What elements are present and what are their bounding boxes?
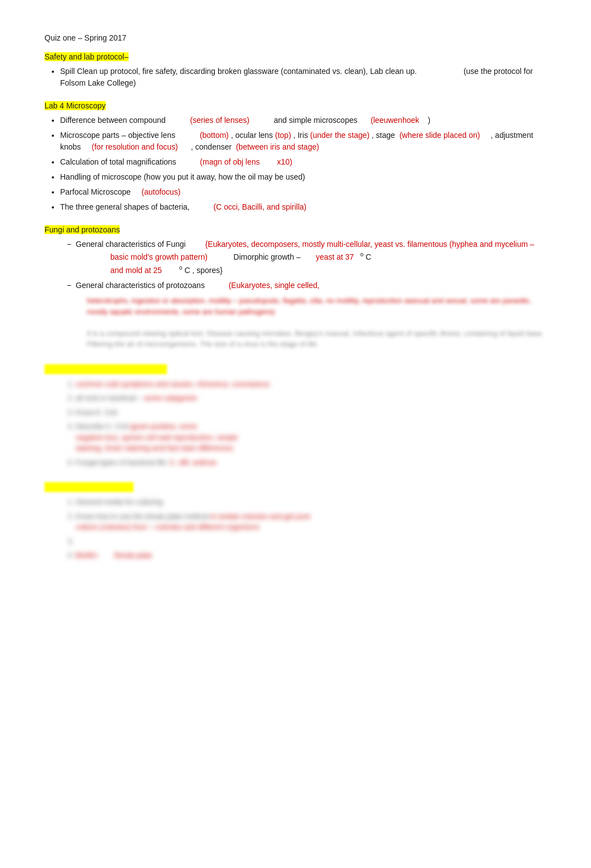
red-text: (under the stage): [310, 131, 370, 140]
section2-header: Lab 4 Microscopy: [45, 101, 546, 110]
item-text: Spill Clean up protocol, fire safety, di…: [60, 67, 533, 87]
list-item: The three general shapes of bacteria, (C…: [60, 201, 546, 213]
list-item: Fungal types of bacterial life: C. diff,…: [76, 457, 546, 468]
red-text: (where slide placed on): [400, 131, 480, 140]
list-item: all viral or bacterial – some categories: [76, 393, 546, 404]
red-text: (between iris and stage): [236, 142, 319, 151]
item-text: General characteristics of protozoans (E…: [76, 281, 319, 290]
red-text: {Eukaryotes, decomposers, mostly multi-c…: [76, 240, 534, 261]
list-item: Describe C. Coli (gram positive, some ne…: [76, 421, 546, 454]
section2-header-text: Lab 4 Microscopy: [45, 101, 106, 110]
list-item: Parfocal Microscope (autofocus): [60, 186, 546, 198]
red-text: (Eukaryotes, single celled,: [229, 281, 319, 290]
section5: General media for culturing Know how to …: [45, 480, 546, 561]
section1-header: Safety and lab protocol–: [45, 52, 546, 61]
section5-header: [45, 482, 134, 492]
list-item: Difference between compound (series of l…: [60, 115, 546, 126]
list-item: Handling of microscope (how you put it a…: [60, 171, 546, 183]
red-text: (magn of obj lens x10): [200, 157, 292, 166]
blurred-protozoan-text: heterotrophs, ingestion or absorption, m…: [76, 295, 546, 350]
section3-header: Fungi and protozoans: [45, 225, 546, 234]
list-item: [76, 536, 546, 547]
list-item: Spill Clean up protocol, fire safety, di…: [60, 66, 546, 89]
item-text: General characteristics of Fungi {Eukary…: [76, 240, 534, 275]
red-text: (autofocus): [141, 187, 180, 196]
superscript: o: [361, 252, 364, 258]
section1-list: Spill Clean up protocol, fire safety, di…: [45, 66, 546, 89]
item-text: Microscope parts – objective lens (botto…: [60, 131, 533, 151]
section4-header: [45, 364, 167, 374]
red-text: (top): [275, 131, 291, 140]
list-item: General characteristics of Fungi {Eukary…: [67, 239, 546, 276]
list-item: Calculation of total magnifications (mag…: [60, 156, 546, 168]
item-text: The three general shapes of bacteria, (C…: [60, 202, 307, 211]
list-item: Microscope parts – objective lens (botto…: [60, 130, 546, 153]
section3-dash-list: General characteristics of Fungi {Eukary…: [45, 239, 546, 350]
red-text: (C occi, Bacilli, and spirilla): [214, 202, 307, 211]
red-text: (leeuwenhoek: [371, 116, 419, 125]
section2: Lab 4 Microscopy Difference between comp…: [45, 101, 546, 213]
list-item: Know how to use the streak plate method …: [76, 511, 546, 533]
section4-content: common cold symptoms and causes, rhinovi…: [45, 379, 546, 468]
red-text: (for resolution and focus): [92, 142, 178, 151]
list-item: General characteristics of protozoans (E…: [67, 280, 546, 349]
section4: common cold symptoms and causes, rhinovi…: [45, 362, 546, 468]
item-text: Handling of microscope (how you put it a…: [60, 172, 305, 181]
red-text: and mold at 25: [110, 266, 162, 275]
section2-list: Difference between compound (series of l…: [45, 115, 546, 213]
list-item: Biofilm Streak plate: [76, 550, 546, 561]
item-text: Parfocal Microscope (autofocus): [60, 187, 180, 196]
section5-content: General media for culturing Know how to …: [45, 497, 546, 561]
page-title: Quiz one – Spring 2017: [45, 33, 546, 42]
section1-header-text: Safety and lab protocol–: [45, 52, 129, 61]
section3-header-text: Fungi and protozoans: [45, 225, 120, 234]
item-text: Calculation of total magnifications (mag…: [60, 157, 292, 166]
red-text: yeast at 37: [316, 252, 354, 261]
list-item: common cold symptoms and causes, rhinovi…: [76, 379, 546, 390]
red-text: (bottom): [200, 131, 229, 140]
red-text: (series of lenses): [190, 116, 250, 125]
list-item: Know E. Coli: [76, 407, 546, 418]
item-text: Difference between compound (series of l…: [60, 116, 431, 125]
list-item: General media for culturing: [76, 497, 546, 508]
superscript: o: [179, 265, 183, 271]
section3: Fungi and protozoans General characteris…: [45, 225, 546, 350]
